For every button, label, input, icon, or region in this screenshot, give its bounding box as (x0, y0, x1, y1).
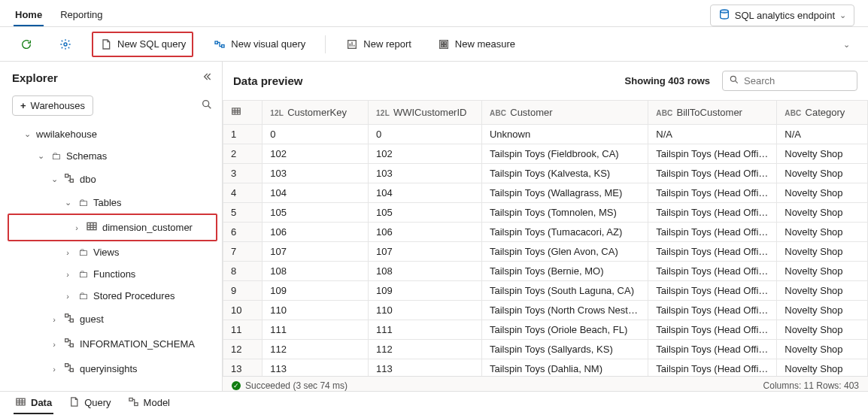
tree-stored-procedures[interactable]: ›🗀Stored Procedures (6, 285, 219, 307)
model-icon (128, 396, 139, 410)
cell-billtocustomer: Tailspin Toys (Head Office) (648, 203, 777, 223)
cell-wwicustomerid: 109 (369, 281, 482, 301)
folder-icon: 🗀 (50, 150, 62, 162)
cell-billtocustomer: Tailspin Toys (Head Office) (648, 340, 777, 359)
cell-customer: Tailspin Toys (Kalvesta, KS) (481, 164, 648, 183)
cell-customerkey: 111 (263, 320, 369, 340)
table-row[interactable]: 9109109Tailspin Toys (South Laguna, CA)T… (223, 281, 868, 301)
warehouses-button[interactable]: + Warehouses (12, 95, 93, 116)
cell-customer: Tailspin Toys (Fieldbrook, CA) (481, 144, 648, 164)
tree-queryinsights[interactable]: ›queryinsights (6, 356, 219, 381)
col-name-label: BillToCustomer (677, 107, 742, 118)
cell-wwicustomerid: 112 (369, 340, 482, 359)
table-row[interactable]: 11111111Tailspin Toys (Oriole Beach, FL)… (223, 320, 868, 340)
cell-wwicustomerid: 111 (369, 320, 482, 340)
table-row[interactable]: 4104104Tailspin Toys (Wallagrass, ME)Tai… (223, 183, 868, 203)
tree-table-dimension-customer[interactable]: ›dimension_customer (9, 215, 216, 240)
footer-tab-data[interactable]: Data (14, 393, 53, 414)
cell-customerkey: 112 (263, 340, 369, 359)
table-row[interactable]: 8108108Tailspin Toys (Bernie, MO)Tailspi… (223, 262, 868, 281)
new-measure-button[interactable]: New measure (431, 33, 521, 56)
visual-query-icon (213, 38, 226, 51)
tree-dbo[interactable]: ⌄dbo (6, 167, 219, 192)
table-row[interactable]: 10110110Tailspin Toys (North Crows Nest,… (223, 301, 868, 320)
table-row[interactable]: 3103103Tailspin Toys (Kalvesta, KS)Tails… (223, 164, 868, 183)
tree-tables[interactable]: ⌄🗀Tables (6, 192, 219, 214)
tree-schemas[interactable]: ⌄🗀Schemas (6, 145, 219, 167)
table-row[interactable]: 6106106Tailspin Toys (Tumacacori, AZ)Tai… (223, 223, 868, 242)
settings-button[interactable] (53, 33, 78, 56)
footer-tab-model-label: Model (144, 397, 170, 408)
svg-rect-18 (65, 364, 68, 367)
tree-guest[interactable]: ›guest (6, 307, 219, 332)
row-index-cell: 3 (223, 164, 263, 183)
measure-icon (437, 38, 451, 51)
new-visual-query-button[interactable]: New visual query (207, 33, 311, 56)
refresh-button[interactable] (14, 33, 39, 56)
col-header-wwicustomerid[interactable]: 12LWWICustomerID (369, 101, 482, 125)
svg-point-20 (730, 76, 736, 81)
collapse-explorer-button[interactable] (201, 71, 213, 85)
tab-home[interactable]: Home (14, 5, 44, 26)
svg-rect-3 (222, 44, 224, 47)
row-index-header[interactable] (223, 101, 263, 125)
table-row[interactable]: 2102102Tailspin Toys (Fieldbrook, CA)Tai… (223, 144, 868, 164)
cell-wwicustomerid: 107 (369, 242, 482, 262)
cell-customerkey: 103 (263, 164, 369, 183)
toolbar-overflow[interactable]: ⌄ (839, 34, 854, 54)
col-header-billtocustomer[interactable]: ABCBillToCustomer (648, 101, 777, 125)
preview-search[interactable] (722, 71, 857, 91)
tree-dimension-customer-label: dimension_customer (102, 222, 193, 233)
table-row[interactable]: 7107107Tailspin Toys (Glen Avon, CA)Tail… (223, 242, 868, 262)
table-row[interactable]: 5105105Tailspin Toys (Tomnolen, MS)Tails… (223, 203, 868, 223)
col-type-label: ABC (656, 109, 672, 117)
svg-point-0 (720, 10, 728, 13)
folder-icon: 🗀 (77, 268, 89, 280)
table-row[interactable]: 100UnknownN/AN/A (223, 125, 868, 144)
svg-point-1 (64, 43, 67, 46)
tree-functions[interactable]: ›🗀Functions (6, 263, 219, 285)
new-report-button[interactable]: New report (339, 33, 417, 56)
explorer-tree: ⌄wwilakehouse ⌄🗀Schemas ⌄dbo ⌄🗀Tables ›d… (6, 123, 219, 391)
cell-customer: Tailspin Toys (Wallagrass, ME) (481, 183, 648, 203)
endpoint-label: SQL analytics endpoint (735, 10, 835, 21)
svg-rect-2 (215, 41, 217, 44)
new-visual-query-label: New visual query (231, 38, 305, 50)
new-sql-query-button[interactable]: New SQL query (92, 32, 193, 57)
footer-tab-query[interactable]: Query (67, 393, 112, 414)
cell-customer: Tailspin Toys (Tumacacori, AZ) (481, 223, 648, 242)
new-measure-label: New measure (455, 38, 515, 50)
footer-tab-model[interactable]: Model (126, 393, 171, 414)
svg-rect-24 (134, 402, 137, 405)
cell-category: Novelty Shop (777, 262, 868, 281)
tab-reporting[interactable]: Reporting (59, 5, 104, 26)
tree-views[interactable]: ›🗀Views (6, 241, 219, 263)
explorer-search-button[interactable] (201, 98, 213, 113)
search-input[interactable] (744, 75, 851, 86)
cell-category: Novelty Shop (777, 144, 868, 164)
col-header-customerkey[interactable]: 12LCustomerKey (263, 101, 369, 125)
cell-category: Novelty Shop (777, 242, 868, 262)
toolbar-separator (325, 35, 326, 53)
tree-information-schema[interactable]: ›INFORMATION_SCHEMA (6, 332, 219, 356)
footer-tabs: Data Query Model (0, 391, 868, 415)
col-header-category[interactable]: ABCCategory (777, 101, 868, 125)
folder-icon: 🗀 (77, 290, 89, 301)
cell-customerkey: 108 (263, 262, 369, 281)
endpoint-selector[interactable]: SQL analytics endpoint ⌄ (710, 5, 854, 26)
svg-rect-14 (65, 314, 68, 317)
cell-wwicustomerid: 106 (369, 223, 482, 242)
cell-wwicustomerid: 0 (369, 125, 482, 144)
cell-wwicustomerid: 105 (369, 203, 482, 223)
table-row[interactable]: 12112112Tailspin Toys (Sallyards, KS)Tai… (223, 340, 868, 359)
cell-wwicustomerid: 104 (369, 183, 482, 203)
cell-category: Novelty Shop (777, 164, 868, 183)
tree-lakehouse[interactable]: ⌄wwilakehouse (6, 123, 219, 145)
database-icon (718, 8, 730, 23)
col-header-customer[interactable]: ABCCustomer (481, 101, 648, 125)
schema-icon (63, 337, 75, 351)
refresh-icon (20, 38, 33, 51)
cell-customerkey: 102 (263, 144, 369, 164)
cell-customerkey: 106 (263, 223, 369, 242)
preview-title: Data preview (233, 74, 303, 87)
